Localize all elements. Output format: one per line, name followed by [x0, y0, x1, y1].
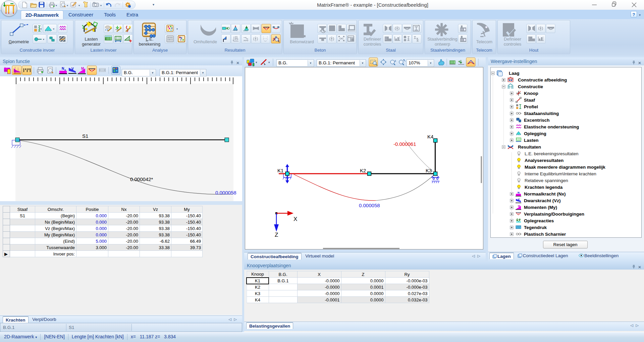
svg-text:▾: ▾ [256, 61, 257, 64]
svg-text:▾: ▾ [40, 27, 42, 31]
svg-text:K3: K3 [426, 168, 432, 173]
svg-text:0.000042*: 0.000042* [130, 176, 153, 182]
svg-text:Plastisch Scharnier: Plastisch Scharnier [524, 232, 566, 237]
svg-text:Verplaatsing/Doorbuigingen: Verplaatsing/Doorbuigingen [524, 212, 584, 217]
svg-text:±: ± [394, 59, 396, 62]
svg-text:Laag: Laag [509, 71, 520, 76]
svg-text:Constructie afbeelding: Constructie afbeelding [518, 77, 567, 82]
svg-text:Analyseresultaten: Analyseresultaten [525, 158, 564, 163]
svg-text:S1: S1 [82, 133, 88, 139]
svg-text:L.E. berekeningsresultaten: L.E. berekeningsresultaten [525, 151, 579, 156]
svg-text:▾: ▾ [100, 4, 102, 7]
svg-text:Profiel: Profiel [524, 104, 538, 109]
svg-text:▾: ▾ [67, 4, 68, 7]
svg-text:Z: Z [275, 232, 278, 238]
svg-text:Lasten: Lasten [524, 138, 539, 143]
svg-text:X: X [293, 216, 297, 222]
svg-text:Staaf: Staaf [524, 98, 535, 103]
svg-text:↖: ↖ [403, 58, 406, 62]
svg-text:0.000058: 0.000058 [215, 190, 236, 195]
svg-text:Interne Equilibrium\Interne kr: Interne Equilibrium\Interne krachten [525, 171, 596, 176]
svg-text:Staafaansluiting: Staafaansluiting [524, 111, 559, 116]
svg-text:Dwarskracht (Vz): Dwarskracht (Vz) [524, 198, 561, 203]
svg-text:Resultaten: Resultaten [518, 145, 541, 150]
svg-text:Relatieve spanningen: Relatieve spanningen [525, 178, 568, 183]
svg-text:Oplegging: Oplegging [524, 131, 546, 136]
svg-text:▾: ▾ [268, 61, 270, 64]
svg-text:Excentrisch: Excentrisch [524, 118, 550, 123]
svg-text:Momenten (My): Momenten (My) [524, 205, 557, 210]
svg-text:Constructie: Constructie [518, 84, 543, 89]
svg-text:▾: ▾ [78, 4, 80, 7]
svg-text:Elastische ondersteuning: Elastische ondersteuning [524, 124, 579, 129]
svg-text:Knoop: Knoop [524, 91, 538, 96]
svg-text:-0.000061: -0.000061 [393, 141, 416, 147]
svg-text:N: N [518, 191, 520, 194]
svg-text:Maak meerdere diagrammen mogel: Maak meerdere diagrammen mogelijk [525, 165, 605, 170]
svg-text:Krachten legenda: Krachten legenda [525, 185, 563, 190]
svg-text:+: + [458, 59, 460, 63]
svg-text:▾: ▾ [43, 38, 44, 41]
svg-text:0.000058: 0.000058 [359, 203, 380, 208]
svg-text:▾: ▾ [53, 27, 54, 31]
svg-text:K4: K4 [427, 134, 433, 139]
svg-text:▾: ▾ [176, 27, 178, 31]
svg-text:K2: K2 [360, 168, 366, 173]
svg-text:▾: ▾ [56, 4, 57, 7]
svg-text:Oplegreacties: Oplegreacties [524, 218, 554, 223]
svg-text:K1: K1 [277, 168, 283, 173]
svg-text:Normaalkracht (Nx): Normaalkracht (Nx) [524, 191, 566, 196]
svg-text:N: N [62, 67, 64, 70]
svg-text:Tegendruk: Tegendruk [524, 225, 547, 230]
